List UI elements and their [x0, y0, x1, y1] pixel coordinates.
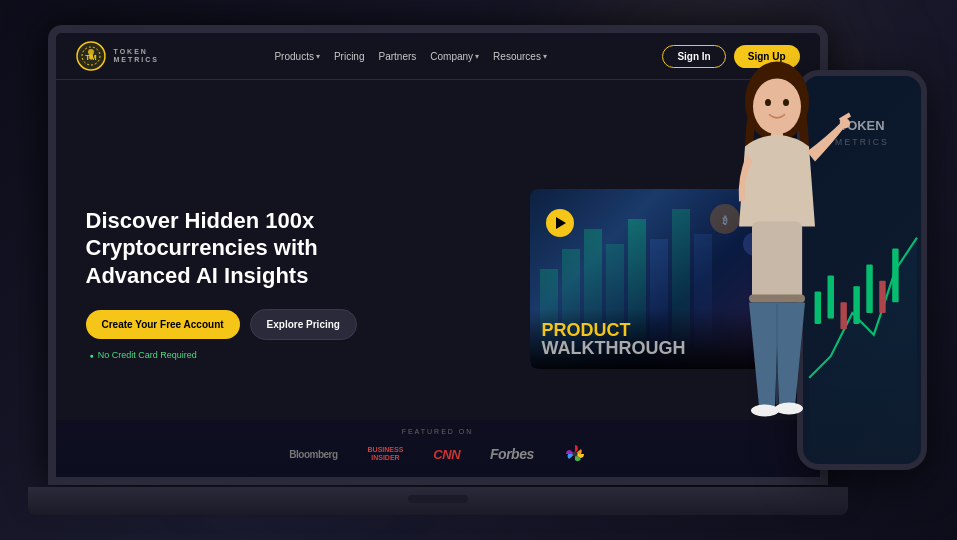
hero-title: Discover Hidden 100x Cryptocurrencies wi…: [86, 207, 346, 290]
create-account-button[interactable]: Create Your Free Account: [86, 310, 240, 339]
business-insider-logo: BUSINESSINSIDER: [368, 446, 404, 463]
play-icon: [556, 217, 566, 229]
logo-tagline: METRICS: [114, 56, 160, 64]
scene: TM TOKEN METRICS Products: [0, 0, 957, 540]
svg-point-22: [765, 99, 771, 106]
nbc-peacock-icon: [564, 443, 586, 465]
svg-rect-26: [752, 221, 802, 301]
woman-figure: [677, 46, 877, 476]
svg-point-23: [783, 99, 789, 106]
chevron-down-icon: ▾: [543, 52, 547, 61]
bloomberg-logo: Bloomberg: [289, 449, 337, 460]
explore-pricing-button[interactable]: Explore Pricing: [250, 309, 357, 340]
nav-products[interactable]: Products ▾: [274, 51, 319, 62]
chevron-down-icon: ▾: [475, 52, 479, 61]
nav-partners[interactable]: Partners: [379, 51, 417, 62]
woman-illustration: [677, 46, 877, 476]
no-credit-label: No Credit Card Required: [86, 350, 510, 360]
nav-links: Products ▾ Pricing Partners Company ▾ Re…: [274, 51, 546, 62]
logo-icon: TM: [76, 41, 106, 71]
svg-point-29: [751, 404, 779, 416]
cta-buttons: Create Your Free Account Explore Pricing: [86, 309, 510, 340]
svg-rect-4: [89, 54, 93, 59]
logo-area: TM TOKEN METRICS: [76, 41, 160, 71]
svg-rect-39: [892, 248, 898, 302]
left-content: Discover Hidden 100x Cryptocurrencies wi…: [86, 100, 510, 457]
cnn-logo: CNN: [433, 447, 460, 462]
forbes-logo: Forbes: [490, 446, 534, 462]
nav-pricing[interactable]: Pricing: [334, 51, 365, 62]
laptop-base: [28, 487, 848, 515]
svg-point-19: [572, 452, 577, 457]
svg-rect-38: [879, 281, 885, 313]
logo-name: TOKEN: [114, 48, 160, 56]
nbc-logo: [564, 443, 586, 465]
svg-rect-27: [749, 294, 805, 302]
play-button[interactable]: [546, 209, 574, 237]
logo-text: TOKEN METRICS: [114, 48, 160, 63]
nav-company[interactable]: Company ▾: [430, 51, 479, 62]
chevron-down-icon: ▾: [316, 52, 320, 61]
svg-point-21: [753, 78, 801, 134]
nav-resources[interactable]: Resources ▾: [493, 51, 547, 62]
svg-point-30: [775, 402, 803, 414]
